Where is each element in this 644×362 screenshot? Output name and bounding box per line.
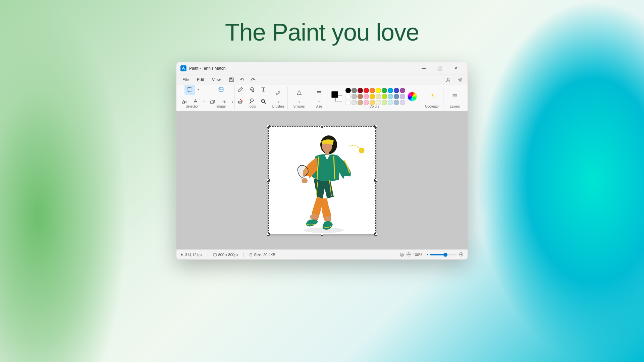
- svg-rect-29: [344, 176, 350, 179]
- color-r3-7[interactable]: [382, 100, 387, 105]
- save-button[interactable]: [227, 75, 236, 84]
- svg-point-13: [253, 90, 254, 92]
- color-sky[interactable]: [388, 94, 393, 99]
- zoom-controls: 100% ▾: [399, 252, 464, 257]
- selection-section: ▾ ▾: [179, 86, 206, 110]
- color-green[interactable]: [382, 88, 387, 93]
- cocreator-section: Cocreator: [422, 86, 443, 110]
- svg-point-10: [219, 88, 220, 89]
- text-btn[interactable]: [258, 85, 269, 95]
- color-r3-4[interactable]: [364, 100, 369, 105]
- menu-view[interactable]: View: [209, 76, 224, 83]
- svg-rect-21: [453, 95, 457, 96]
- color-light-gray[interactable]: [352, 94, 357, 99]
- pencil-btn[interactable]: [235, 85, 246, 95]
- paint-window: Paint - Tennis Match — ⬜ ✕ File Edit Vie…: [176, 62, 468, 260]
- layers-section: Layers: [445, 86, 465, 110]
- cocreator-label: Cocreator: [425, 105, 440, 108]
- toolbar: ▾ ▾: [176, 85, 468, 111]
- brushes-label: Brushes: [272, 105, 285, 108]
- color-row-2: [345, 94, 405, 99]
- selection-dropdown-btn[interactable]: ▾: [196, 85, 201, 95]
- filesize-icon: [249, 253, 253, 256]
- color-r3-3[interactable]: [358, 100, 363, 105]
- zoom-btn-minus[interactable]: [406, 252, 411, 257]
- shapes-section: ▾ Shapes: [289, 86, 309, 110]
- color-orange[interactable]: [370, 88, 375, 93]
- color-gold[interactable]: [370, 94, 375, 99]
- colors-label: Colors: [370, 105, 379, 108]
- status-div-2: [244, 252, 244, 257]
- eraser-btn[interactable]: [235, 96, 246, 107]
- color-lime[interactable]: [382, 94, 387, 99]
- color-white[interactable]: [345, 94, 351, 99]
- menu-edit[interactable]: Edit: [194, 76, 207, 83]
- tools-section: Tools: [236, 86, 268, 110]
- color-r3-8[interactable]: [388, 100, 393, 105]
- redo-button[interactable]: [248, 75, 258, 84]
- brush-main-btn[interactable]: [272, 86, 284, 99]
- svg-point-36: [400, 253, 404, 256]
- svg-point-4: [447, 78, 449, 80]
- selection-handle-br[interactable]: [374, 233, 377, 236]
- color-purple[interactable]: [400, 88, 405, 93]
- svg-point-33: [304, 228, 344, 233]
- canvas-container[interactable]: [268, 126, 376, 234]
- color-r3-2[interactable]: [352, 100, 357, 105]
- shapes-main-btn[interactable]: [293, 86, 305, 99]
- selection-handle-bm[interactable]: [321, 233, 323, 236]
- color-gray[interactable]: [352, 88, 357, 93]
- zoom-dropdown-btn[interactable]: ▾: [427, 253, 428, 256]
- color-yellow[interactable]: [376, 88, 381, 93]
- image-tool4-btn[interactable]: ▾: [230, 97, 235, 107]
- fill-btn[interactable]: [247, 85, 257, 95]
- svg-rect-2: [230, 78, 232, 79]
- size-dropdown-btn[interactable]: ▾: [313, 100, 325, 104]
- color-r3-9[interactable]: [394, 100, 399, 105]
- shapes-dropdown-btn[interactable]: ▾: [293, 100, 305, 104]
- color-steel[interactable]: [394, 94, 399, 99]
- svg-point-28: [302, 178, 308, 183]
- svg-rect-34: [214, 253, 216, 256]
- selection-handle-ml[interactable]: [267, 179, 270, 182]
- menu-file[interactable]: File: [179, 76, 192, 83]
- image-main-btn[interactable]: [215, 85, 227, 96]
- selection-handle-bl[interactable]: [267, 233, 270, 236]
- color-black[interactable]: [345, 88, 351, 93]
- maximize-button[interactable]: ⬜: [432, 62, 447, 74]
- zoom-in-btn[interactable]: [459, 252, 464, 257]
- color-pink[interactable]: [364, 94, 369, 99]
- selection-handle-tr[interactable]: [374, 125, 377, 128]
- color-r3-10[interactable]: [400, 100, 405, 105]
- cocreator-btn[interactable]: [426, 87, 439, 104]
- selection-tool-btn[interactable]: [184, 85, 195, 95]
- size-main-btn[interactable]: [313, 86, 325, 99]
- close-button[interactable]: ✕: [448, 62, 464, 74]
- zoom-btn[interactable]: [258, 96, 269, 107]
- selection-tool4-btn[interactable]: ▾: [202, 96, 206, 107]
- image-section: ▾ Image: [208, 86, 235, 110]
- brush-dropdown-btn[interactable]: ▾: [272, 100, 284, 104]
- settings-button[interactable]: [455, 75, 465, 84]
- selection-handle-tm[interactable]: [321, 125, 323, 128]
- profile-button[interactable]: [443, 75, 453, 84]
- filesize-text: Size: 20.4KB: [254, 253, 275, 257]
- color-picker-rainbow-btn[interactable]: [407, 92, 417, 102]
- color-dark-red[interactable]: [358, 88, 363, 93]
- minimize-button[interactable]: —: [416, 62, 431, 74]
- zoom-slider[interactable]: [430, 254, 457, 255]
- layers-label: Layers: [450, 105, 460, 108]
- color-indigo[interactable]: [394, 88, 399, 93]
- layers-btn[interactable]: [448, 87, 462, 104]
- color-red[interactable]: [364, 88, 369, 93]
- color-r3-1[interactable]: [345, 100, 351, 105]
- selection-handle-mr[interactable]: [374, 179, 377, 182]
- color-brown[interactable]: [358, 94, 363, 99]
- svg-point-31: [325, 216, 331, 221]
- color-blue[interactable]: [388, 88, 393, 93]
- selection-handle-tl[interactable]: [267, 125, 270, 128]
- undo-button[interactable]: [237, 75, 247, 84]
- color-lavender[interactable]: [400, 94, 405, 99]
- color-cream[interactable]: [376, 94, 381, 99]
- zoom-slider-thumb[interactable]: [443, 253, 447, 257]
